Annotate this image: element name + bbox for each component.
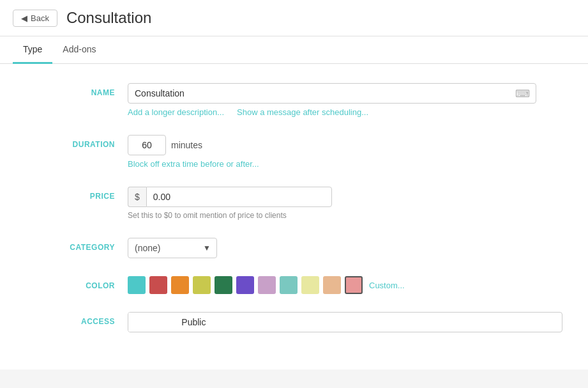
category-row: CATEGORY (none) ▼ xyxy=(26,238,562,258)
price-content: $ Set this to $0 to omit mention of pric… xyxy=(128,187,562,220)
access-content: Public xyxy=(128,312,562,332)
page-header: ◀ Back Consultation xyxy=(0,0,588,36)
category-select[interactable]: (none) xyxy=(128,238,217,258)
color-swatch-pink[interactable] xyxy=(345,276,363,294)
color-swatch-mint[interactable] xyxy=(280,276,298,294)
show-message-link[interactable]: Show a message after scheduling... xyxy=(237,107,368,117)
price-hint: Set this to $0 to omit mention of price … xyxy=(128,211,562,220)
back-label: Back xyxy=(31,13,49,23)
tab-type[interactable]: Type xyxy=(13,36,52,64)
color-swatch-purple[interactable] xyxy=(236,276,254,294)
name-input-wrapper: ⌨ xyxy=(128,83,536,104)
duration-inputs: minutes xyxy=(128,135,562,155)
tabs-bar: Type Add-ons xyxy=(0,36,588,64)
color-swatch-peach[interactable] xyxy=(323,276,341,294)
block-off-link[interactable]: Block off extra time before or after... xyxy=(128,159,562,169)
color-swatch-lavender[interactable] xyxy=(258,276,276,294)
price-inputs: $ xyxy=(128,187,332,207)
color-label: COLOR xyxy=(26,276,128,290)
access-toggle: Public xyxy=(128,312,562,332)
access-row: ACCESS Public xyxy=(26,312,562,332)
duration-row: DURATION minutes Block off extra time be… xyxy=(26,135,562,169)
category-select-wrapper: (none) ▼ xyxy=(128,238,217,258)
name-links: Add a longer description... Show a messa… xyxy=(128,107,562,117)
category-label: CATEGORY xyxy=(26,238,128,252)
tab-addons[interactable]: Add-ons xyxy=(52,36,106,64)
form-content: NAME ⌨ Add a longer description... Show … xyxy=(0,64,588,369)
duration-units: minutes xyxy=(171,140,202,150)
price-label: PRICE xyxy=(26,187,128,201)
add-description-link[interactable]: Add a longer description... xyxy=(128,107,224,117)
page-title: Consultation xyxy=(66,9,151,27)
price-row: PRICE $ Set this to $0 to omit mention o… xyxy=(26,187,562,220)
name-content: ⌨ Add a longer description... Show a mes… xyxy=(128,83,562,117)
color-swatch-teal[interactable] xyxy=(128,276,146,294)
name-row: NAME ⌨ Add a longer description... Show … xyxy=(26,83,562,117)
category-content: (none) ▼ xyxy=(128,238,562,258)
color-swatch-lightyellow[interactable] xyxy=(301,276,319,294)
duration-label: DURATION xyxy=(26,135,128,149)
duration-input[interactable] xyxy=(128,135,166,155)
custom-color-link[interactable]: Custom... xyxy=(369,281,405,290)
access-option-public[interactable]: Public xyxy=(169,313,218,332)
color-swatch-yellow[interactable] xyxy=(193,276,211,294)
name-label: NAME xyxy=(26,83,128,97)
color-swatches: Custom... xyxy=(128,276,562,294)
name-input[interactable] xyxy=(128,83,536,104)
back-arrow-icon: ◀ xyxy=(21,13,27,23)
color-swatch-orange[interactable] xyxy=(171,276,189,294)
price-prefix: $ xyxy=(128,187,146,207)
color-row: COLOR Custom... xyxy=(26,276,562,294)
color-swatch-red[interactable] xyxy=(149,276,167,294)
access-option-empty[interactable] xyxy=(128,313,169,332)
price-input[interactable] xyxy=(146,187,332,207)
duration-content: minutes Block off extra time before or a… xyxy=(128,135,562,169)
color-swatch-green[interactable] xyxy=(215,276,232,294)
color-content: Custom... xyxy=(128,276,562,294)
access-label: ACCESS xyxy=(26,312,128,326)
back-button[interactable]: ◀ Back xyxy=(13,10,57,27)
text-icon: ⌨ xyxy=(515,88,530,100)
